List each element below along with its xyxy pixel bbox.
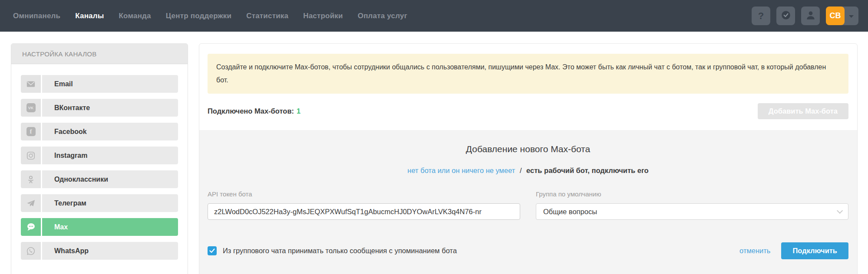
sidebar-item-label: Email: [42, 75, 178, 93]
sidebar-item-label: ВКонтакте: [42, 99, 178, 117]
connected-bots-count: 1: [297, 107, 300, 115]
facebook-icon: f: [21, 123, 41, 140]
odnoklassniki-icon: [21, 170, 41, 188]
form-tabs: нет бота или он ничего не умеет / есть р…: [208, 166, 848, 175]
vk-icon: VK: [21, 99, 41, 117]
email-icon: [21, 75, 41, 93]
telegram-icon: [21, 194, 41, 212]
chevron-down-icon: [848, 12, 854, 20]
form-title: Добавление нового Max-бота: [208, 144, 848, 154]
sidebar-item-label: Телеграм: [42, 194, 178, 212]
tab-separator: /: [520, 166, 522, 174]
nav-item-support-center[interactable]: Центр поддержки: [166, 12, 231, 20]
channel-settings-panel: Создайте и подключите Max-ботов, чтобы с…: [199, 43, 858, 274]
instagram-icon: [21, 147, 41, 164]
sidebar-item-facebook[interactable]: f Facebook: [21, 123, 178, 140]
default-group-label: Группа по умолчанию: [536, 190, 848, 198]
sidebar-item-label: Instagram: [42, 147, 178, 164]
sidebar-item-max[interactable]: Max: [21, 218, 178, 236]
sidebar-item-label: Facebook: [42, 123, 178, 140]
sidebar-item-vkontakte[interactable]: VK ВКонтакте: [21, 99, 178, 117]
sidebar-header: НАСТРОЙКА КАНАЛОВ: [11, 44, 188, 64]
nav-item-team[interactable]: Команда: [119, 12, 151, 20]
sidebar-item-odnoklassniki[interactable]: Одноклассники: [21, 170, 178, 188]
connect-button[interactable]: Подключить: [781, 242, 848, 259]
verified-badge-icon: [780, 10, 792, 23]
account-menu[interactable]: СВ: [826, 7, 858, 25]
whatsapp-icon: [21, 242, 41, 260]
api-token-label: API токен бота: [208, 190, 520, 198]
top-navigation: Омнипанель Каналы Команда Центр поддержк…: [0, 0, 868, 32]
cancel-link[interactable]: отменить: [739, 247, 770, 255]
sidebar-item-label: WhatsApp: [42, 242, 178, 260]
sidebar-item-email[interactable]: Email: [21, 75, 178, 93]
nav-item-omnipanel[interactable]: Омнипанель: [13, 12, 60, 20]
sidebar-item-telegram[interactable]: Телеграм: [21, 194, 178, 212]
help-button[interactable]: ?: [752, 7, 770, 25]
tab-no-bot[interactable]: нет бота или он ничего не умеет: [407, 166, 515, 174]
add-bot-form: Добавление нового Max-бота нет бота или …: [199, 130, 857, 274]
channels-sidebar: НАСТРОЙКА КАНАЛОВ Email VK ВКонтакте: [11, 43, 188, 274]
api-token-input[interactable]: [208, 203, 520, 220]
check-icon: [209, 248, 215, 253]
channel-list: Email VK ВКонтакте f Facebook: [11, 64, 188, 274]
nav-item-billing[interactable]: Оплата услуг: [358, 12, 407, 20]
sidebar-item-label: Одноклассники: [42, 170, 178, 188]
sidebar-item-label: Max: [42, 218, 178, 236]
group-mention-checkbox[interactable]: [208, 246, 217, 255]
sidebar-item-instagram[interactable]: Instagram: [21, 147, 178, 164]
nav-menu: Омнипанель Каналы Команда Центр поддержк…: [13, 12, 407, 20]
user-icon: [805, 10, 816, 23]
nav-item-statistics[interactable]: Статистика: [246, 12, 288, 20]
add-max-bot-button[interactable]: Добавить Max-бота: [758, 103, 848, 119]
chevron-down-icon: [837, 208, 843, 214]
nav-item-settings[interactable]: Настройки: [303, 12, 343, 20]
sidebar-item-whatsapp[interactable]: WhatsApp: [21, 242, 178, 260]
tab-existing-bot[interactable]: есть рабочий бот, подключить его: [526, 166, 649, 174]
info-banner: Создайте и подключите Max-ботов, чтобы с…: [208, 54, 848, 94]
verified-badge-button[interactable]: [776, 7, 795, 25]
group-mention-label: Из группового чата принимать только сооб…: [223, 247, 457, 255]
connected-bots-label: Подключено Max-ботов:: [208, 107, 294, 115]
max-chat-icon: [21, 218, 41, 236]
default-group-select[interactable]: Общие вопросы: [536, 203, 848, 220]
default-group-value: Общие вопросы: [543, 208, 597, 216]
nav-item-channels[interactable]: Каналы: [75, 12, 104, 20]
avatar: СВ: [826, 7, 845, 25]
help-icon: ?: [758, 10, 764, 22]
profile-button[interactable]: [801, 7, 820, 25]
